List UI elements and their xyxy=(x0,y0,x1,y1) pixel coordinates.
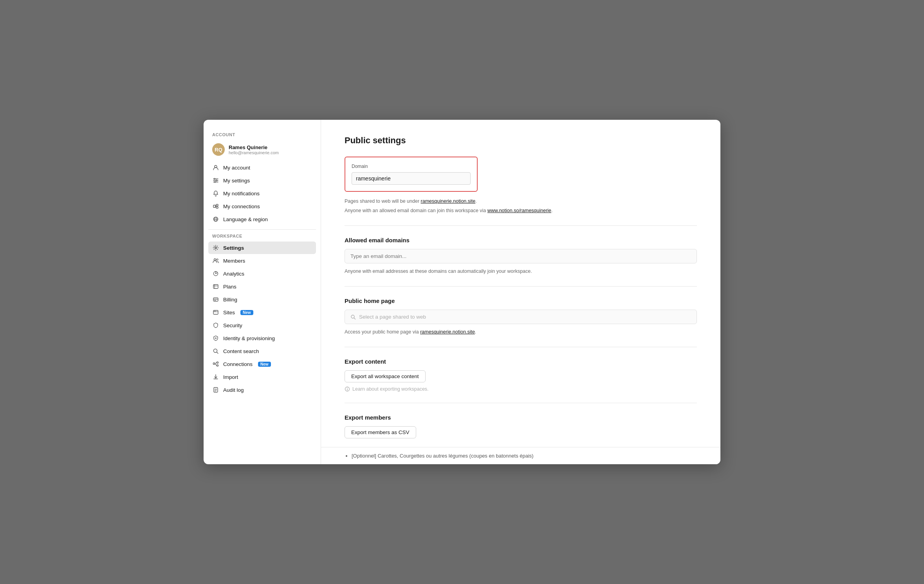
email-domains-section: Allowed email domains Anyone with email … xyxy=(345,237,697,275)
svg-point-5 xyxy=(216,180,217,181)
search-icon-inline xyxy=(350,314,356,320)
public-home-section: Public home page Select a page shared to… xyxy=(345,297,697,336)
svg-rect-8 xyxy=(216,204,218,206)
sidebar-item-my-account[interactable]: My account xyxy=(208,161,316,174)
export-content-button[interactable]: Export all workspace content xyxy=(345,370,426,382)
sidebar-item-language-region[interactable]: Language & region xyxy=(208,213,316,225)
svg-rect-36 xyxy=(217,362,218,364)
sidebar-item-plans[interactable]: Plans xyxy=(208,280,316,293)
domain-field-label: Domain xyxy=(352,164,471,169)
export-members-section: Export members Export members as CSV xyxy=(345,414,697,438)
svg-rect-25 xyxy=(213,298,218,301)
divider-3 xyxy=(345,347,697,347)
svg-line-46 xyxy=(354,318,356,319)
settings-sliders-icon xyxy=(212,177,219,184)
svg-rect-7 xyxy=(213,205,215,207)
public-home-search[interactable]: Select a page shared to web xyxy=(345,310,697,324)
sidebar-item-my-settings-label: My settings xyxy=(223,178,250,184)
sidebar-item-members[interactable]: Members xyxy=(208,254,316,267)
email-domain-input[interactable] xyxy=(345,249,697,263)
sidebar-item-billing-label: Billing xyxy=(223,297,237,303)
workspace-section-label: Workspace xyxy=(208,234,316,242)
divider-4 xyxy=(345,403,697,403)
public-home-link[interactable]: ramesquinerie.notion.site xyxy=(420,329,475,335)
person-icon xyxy=(212,164,219,171)
sidebar-item-content-search[interactable]: Content search xyxy=(208,345,316,357)
svg-point-15 xyxy=(215,247,217,249)
sidebar: Account RQ Rames Quinerie hello@ramesqui… xyxy=(204,120,321,464)
divider-1 xyxy=(345,225,697,226)
sidebar-item-my-settings[interactable]: My settings xyxy=(208,174,316,187)
main-content: Public settings Domain Pages shared to w… xyxy=(321,120,720,447)
domain-input[interactable] xyxy=(352,172,471,185)
export-members-title: Export members xyxy=(345,414,697,421)
sidebar-item-import[interactable]: Import xyxy=(208,371,316,383)
public-home-title: Public home page xyxy=(345,297,697,304)
sites-icon xyxy=(212,309,219,316)
email-domains-title: Allowed email domains xyxy=(345,237,697,243)
sidebar-item-language-region-label: Language & region xyxy=(223,216,268,222)
sidebar-item-security[interactable]: Security xyxy=(208,319,316,332)
domain-info-1: Pages shared to web will be under ramesq… xyxy=(345,197,697,205)
sidebar-item-connections-label: Connections xyxy=(223,361,253,367)
connections-badge: New xyxy=(258,362,271,367)
import-icon xyxy=(212,373,219,380)
sidebar-item-security-label: Security xyxy=(223,323,242,328)
connections-icon xyxy=(212,203,219,210)
user-name: Rames Quinerie xyxy=(229,144,279,150)
svg-rect-37 xyxy=(217,365,218,366)
search-icon xyxy=(212,348,219,355)
bottom-note: [Optionnel] Carottes, Courgettes ou autr… xyxy=(321,447,720,464)
svg-rect-22 xyxy=(213,285,218,288)
export-content-section: Export content Export all workspace cont… xyxy=(345,358,697,392)
info-circle-icon xyxy=(345,386,350,392)
svg-point-21 xyxy=(215,273,216,274)
account-section-label: Account xyxy=(208,132,316,140)
svg-point-6 xyxy=(215,182,216,183)
sidebar-item-analytics[interactable]: Analytics xyxy=(208,267,316,280)
export-members-button[interactable]: Export members as CSV xyxy=(345,426,416,438)
sidebar-item-audit-log[interactable]: Audit log xyxy=(208,384,316,396)
user-email: hello@ramesquinerie.com xyxy=(229,150,279,155)
svg-point-4 xyxy=(214,178,215,180)
sidebar-item-identity-provisioning[interactable]: Identity & provisioning xyxy=(208,332,316,344)
sidebar-divider xyxy=(208,229,316,230)
svg-point-31 xyxy=(215,311,216,312)
sidebar-item-my-notifications[interactable]: My notifications xyxy=(208,187,316,200)
members-icon xyxy=(212,257,219,264)
svg-point-16 xyxy=(214,259,216,261)
sidebar-item-billing[interactable]: Billing xyxy=(208,293,316,306)
sites-badge: New xyxy=(240,310,253,315)
divider-2 xyxy=(345,286,697,287)
domain-link-2[interactable]: www.notion.so/ramesquinerie xyxy=(487,208,551,213)
bottom-note-text: [Optionnel] Carottes, Courgettes ou autr… xyxy=(352,453,697,459)
plans-icon xyxy=(212,283,219,290)
modal-container: Account RQ Rames Quinerie hello@ramesqui… xyxy=(204,120,720,464)
connections-nav-icon xyxy=(212,360,219,368)
domain-section: Domain Pages shared to web will be under… xyxy=(345,157,697,214)
sidebar-item-my-connections-label: My connections xyxy=(223,204,260,209)
sidebar-item-sites[interactable]: Sites New xyxy=(208,306,316,319)
gear-icon xyxy=(212,244,219,251)
user-info: RQ Rames Quinerie hello@ramesquinerie.co… xyxy=(208,140,316,161)
sidebar-item-settings[interactable]: Settings xyxy=(208,242,316,254)
learn-export-text: Learn about exporting workspaces. xyxy=(345,386,697,392)
public-home-info: Access your public home page via ramesqu… xyxy=(345,328,697,336)
bell-icon xyxy=(212,190,219,197)
svg-point-49 xyxy=(347,388,347,388)
svg-point-30 xyxy=(214,311,215,312)
sidebar-item-connections[interactable]: Connections New xyxy=(208,358,316,370)
sidebar-item-identity-label: Identity & provisioning xyxy=(223,335,275,341)
identity-icon xyxy=(212,335,219,342)
sidebar-item-audit-log-label: Audit log xyxy=(223,387,244,393)
sidebar-item-my-connections[interactable]: My connections xyxy=(208,200,316,213)
domain-link-1[interactable]: ramesquinerie.notion.site xyxy=(421,198,476,204)
svg-line-38 xyxy=(215,362,217,364)
audit-log-icon xyxy=(212,386,219,393)
domain-box: Domain xyxy=(345,157,478,192)
domain-info-2: Anyone with an allowed email domain can … xyxy=(345,207,697,214)
svg-rect-35 xyxy=(213,363,215,364)
sidebar-item-sites-label: Sites xyxy=(223,310,235,315)
sidebar-item-plans-label: Plans xyxy=(223,284,236,290)
page-title: Public settings xyxy=(345,135,697,146)
